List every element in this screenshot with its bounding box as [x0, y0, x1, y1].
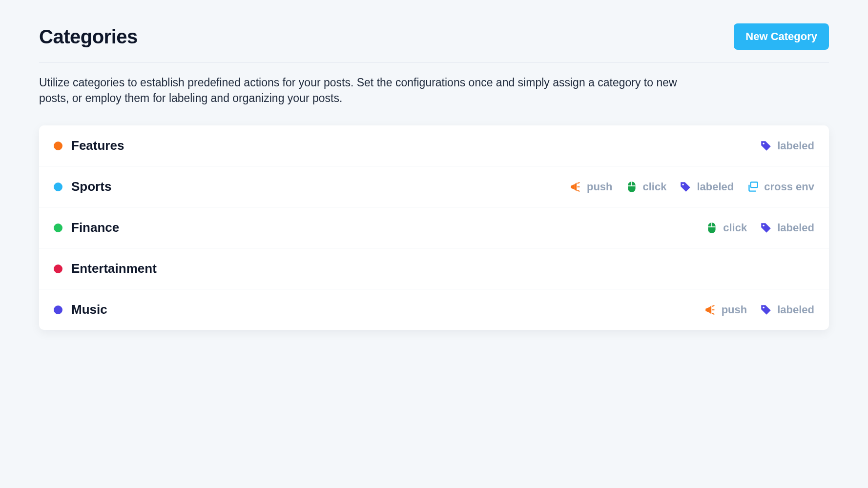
category-tags: pushlabeled	[704, 304, 814, 316]
category-tags: pushclicklabeledcross env	[569, 181, 814, 193]
category-row[interactable]: Featureslabeled	[39, 125, 829, 166]
new-category-button[interactable]: New Category	[734, 23, 829, 50]
page-title: Categories	[39, 26, 138, 48]
category-name: Features	[71, 138, 124, 153]
bullhorn-icon	[569, 181, 582, 193]
tag-icon	[760, 140, 772, 152]
category-row-left: Music	[54, 302, 107, 317]
category-row[interactable]: Sportspushclicklabeledcross env	[39, 166, 829, 207]
tag-labeled: labeled	[760, 222, 814, 234]
category-name: Music	[71, 302, 107, 317]
category-color-dot	[54, 183, 62, 191]
page-header: Categories New Category	[39, 23, 829, 63]
category-name: Finance	[71, 220, 119, 235]
tag-label: push	[722, 304, 747, 316]
category-row-left: Sports	[54, 179, 111, 194]
tag-click: click	[705, 222, 747, 234]
bullhorn-icon	[704, 304, 717, 316]
tag-labeled: labeled	[760, 304, 814, 316]
tag-label: click	[723, 222, 747, 234]
tag-label: labeled	[777, 222, 814, 234]
category-row[interactable]: Financeclicklabeled	[39, 207, 829, 248]
category-row-left: Features	[54, 138, 124, 153]
category-tags: labeled	[760, 140, 814, 152]
category-color-dot	[54, 305, 62, 314]
tag-push: push	[569, 181, 613, 193]
category-color-dot	[54, 224, 62, 232]
category-color-dot	[54, 264, 62, 273]
tag-label: push	[587, 181, 613, 193]
category-color-dot	[54, 142, 62, 150]
page-description: Utilize categories to establish predefin…	[39, 75, 683, 106]
category-row-left: Finance	[54, 220, 119, 235]
category-tags: clicklabeled	[705, 222, 814, 234]
tag-click: click	[625, 181, 667, 193]
tag-labeled: labeled	[679, 181, 734, 193]
category-row[interactable]: Entertainment	[39, 248, 829, 289]
tag-label: click	[643, 181, 667, 193]
tag-icon	[679, 181, 692, 193]
tag-cross: cross env	[746, 181, 814, 193]
tag-icon	[760, 222, 772, 234]
tag-labeled: labeled	[760, 140, 814, 152]
category-name: Sports	[71, 179, 111, 194]
category-list: FeatureslabeledSportspushclicklabeledcro…	[39, 125, 829, 330]
tag-push: push	[704, 304, 747, 316]
tag-label: labeled	[697, 181, 734, 193]
mouse-icon	[705, 222, 718, 234]
layers-icon	[746, 181, 759, 193]
tag-label: labeled	[777, 140, 814, 152]
category-row[interactable]: Musicpushlabeled	[39, 289, 829, 330]
tag-icon	[760, 304, 772, 316]
category-name: Entertainment	[71, 261, 157, 276]
tag-label: cross env	[764, 181, 814, 193]
tag-label: labeled	[777, 304, 814, 316]
category-row-left: Entertainment	[54, 261, 157, 276]
mouse-icon	[625, 181, 638, 193]
categories-page: Categories New Category Utilize categori…	[0, 0, 868, 353]
